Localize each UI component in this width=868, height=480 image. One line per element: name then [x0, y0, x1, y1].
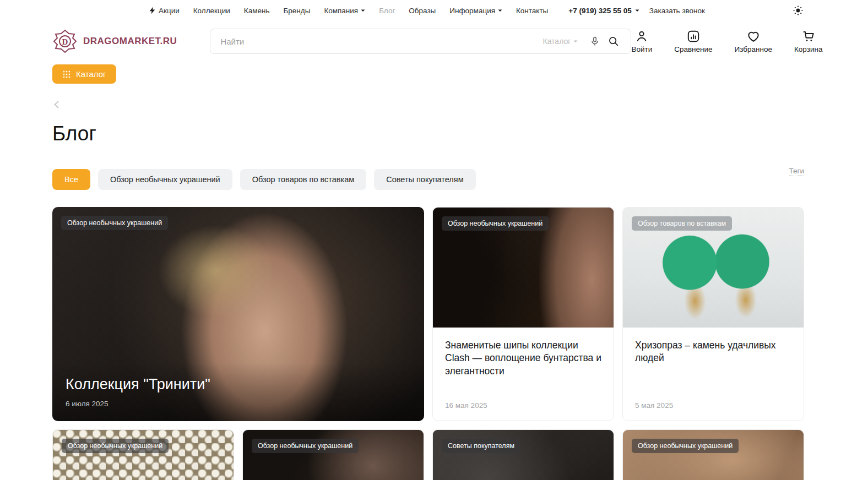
filter-buyer-tips[interactable]: Советы покупателям	[374, 169, 475, 190]
top-bar: Акции Коллекции Камень Бренды Компания Б…	[52, 0, 804, 21]
blog-card-photo	[433, 430, 614, 480]
card-date: 6 июля 2025	[66, 400, 411, 408]
logo-text: DRAGOMARKET.RU	[83, 36, 177, 47]
search-bar: Каталог	[210, 29, 631, 54]
compare-bars-icon	[686, 29, 701, 43]
blog-cards-grid: Обзор необычных украшений Коллекция "Три…	[52, 207, 804, 480]
site-header: D DRAGOMARKET.RU Каталог	[52, 25, 804, 57]
card-overlay: Коллекция "Тринити" 6 июля 2025	[52, 363, 424, 421]
voice-search-button[interactable]	[585, 32, 604, 51]
page-container: Акции Коллекции Камень Бренды Компания Б…	[52, 0, 804, 480]
card-date: 16 мая 2025	[445, 401, 487, 410]
back-button[interactable]	[52, 99, 63, 110]
callback-link[interactable]: Заказать звонок	[649, 7, 705, 15]
nav-item-information[interactable]: Информация	[449, 7, 502, 15]
chevron-down-icon	[635, 9, 639, 12]
category-badge: Обзор необычных украшений	[61, 216, 168, 230]
blog-card-buyer-tips[interactable]: Советы покупателям	[432, 429, 614, 480]
nav-item-label: Акции	[159, 7, 180, 15]
category-badge: Обзор необычных украшений	[62, 439, 169, 453]
chevron-down-icon	[573, 40, 578, 43]
nav-item-collections[interactable]: Коллекции	[193, 7, 230, 15]
top-navigation: Акции Коллекции Камень Бренды Компания Б…	[149, 7, 548, 15]
nav-item-looks[interactable]: Образы	[409, 7, 436, 15]
blog-filters: Все Обзор необычных украшений Обзор това…	[52, 169, 804, 190]
nav-item-blog[interactable]: Блог	[379, 7, 395, 15]
blog-card-chrysoprase[interactable]: Обзор товаров по вставкам Хризопраз – ка…	[622, 207, 804, 421]
favorites-button[interactable]: Избранное	[735, 29, 772, 53]
blog-card-trinity[interactable]: Обзор необычных украшений Коллекция "Три…	[52, 207, 424, 421]
card-body: Знаменитые шипы коллекции Clash — воплощ…	[433, 328, 614, 389]
card-date: 5 мая 2025	[635, 401, 673, 410]
page-title: Блог	[52, 122, 804, 145]
blog-card-clash[interactable]: Обзор необычных украшений Знаменитые шип…	[432, 207, 614, 421]
phone-number[interactable]: +7 (919) 325 55 05	[568, 7, 639, 15]
blog-card-photo	[243, 430, 424, 480]
site-logo[interactable]: D DRAGOMARKET.RU	[52, 29, 177, 54]
logo-emblem-icon: D	[52, 29, 78, 54]
category-badge: Обзор необычных украшений	[632, 439, 739, 453]
filter-unusual-jewelry[interactable]: Обзор необычных украшений	[98, 169, 232, 190]
heart-icon	[746, 29, 761, 43]
microphone-icon	[589, 36, 600, 47]
category-badge: Советы покупателям	[442, 439, 520, 453]
card-title: Знаменитые шипы коллекции Clash — воплощ…	[445, 339, 601, 378]
category-badge: Обзор необычных украшений	[252, 439, 359, 453]
grid-dots-icon	[62, 70, 71, 79]
blog-card-pearls[interactable]: Обзор необычных украшений	[52, 429, 234, 480]
nav-item-promotions[interactable]: Акции	[149, 7, 180, 15]
catalog-button[interactable]: Каталог	[52, 64, 116, 84]
chevron-down-icon	[361, 9, 365, 12]
nav-item-contacts[interactable]: Контакты	[516, 7, 548, 15]
cart-icon	[801, 29, 816, 43]
contact-block: +7 (919) 325 55 05 Заказать звонок	[568, 7, 705, 15]
chevron-down-icon	[498, 9, 502, 12]
compare-button[interactable]: Сравнение	[674, 29, 712, 53]
cart-button[interactable]: Корзина	[794, 29, 822, 53]
search-submit-button[interactable]	[604, 32, 623, 51]
header-actions: Войти Сравнение Избранное	[631, 29, 822, 53]
blog-card-photo	[53, 430, 234, 480]
nav-item-company[interactable]: Компания	[324, 7, 365, 15]
nav-item-brands[interactable]: Бренды	[283, 7, 310, 15]
search-category-select[interactable]: Каталог	[542, 37, 578, 46]
search-icon	[607, 35, 620, 47]
lightning-icon	[149, 7, 156, 14]
filter-by-inserts[interactable]: Обзор товаров по вставкам	[240, 169, 367, 190]
card-title: Коллекция "Тринити"	[66, 376, 411, 393]
blog-card-mens-jewelry[interactable]: Обзор необычных украшений	[242, 429, 424, 480]
blog-card-stone-earrings[interactable]: Обзор необычных украшений	[622, 429, 804, 480]
svg-text:D: D	[62, 37, 68, 46]
filter-all[interactable]: Все	[52, 169, 90, 190]
card-title: Хризопраз – камень удачливых людей	[635, 339, 791, 365]
login-button[interactable]: Войти	[631, 29, 652, 53]
category-badge: Обзор товаров по вставкам	[632, 216, 732, 231]
tags-link[interactable]: Теги	[789, 167, 804, 176]
category-badge: Обзор необычных украшений	[442, 216, 549, 231]
search-input[interactable]	[220, 37, 542, 46]
theme-toggle-button[interactable]	[792, 4, 804, 17]
user-icon	[634, 29, 649, 43]
chevron-left-icon	[52, 100, 61, 109]
blog-card-photo	[623, 430, 804, 480]
sun-icon	[793, 5, 804, 16]
nav-item-stone[interactable]: Камень	[244, 7, 270, 15]
card-body: Хризопраз – камень удачливых людей 5 мая…	[623, 328, 804, 377]
